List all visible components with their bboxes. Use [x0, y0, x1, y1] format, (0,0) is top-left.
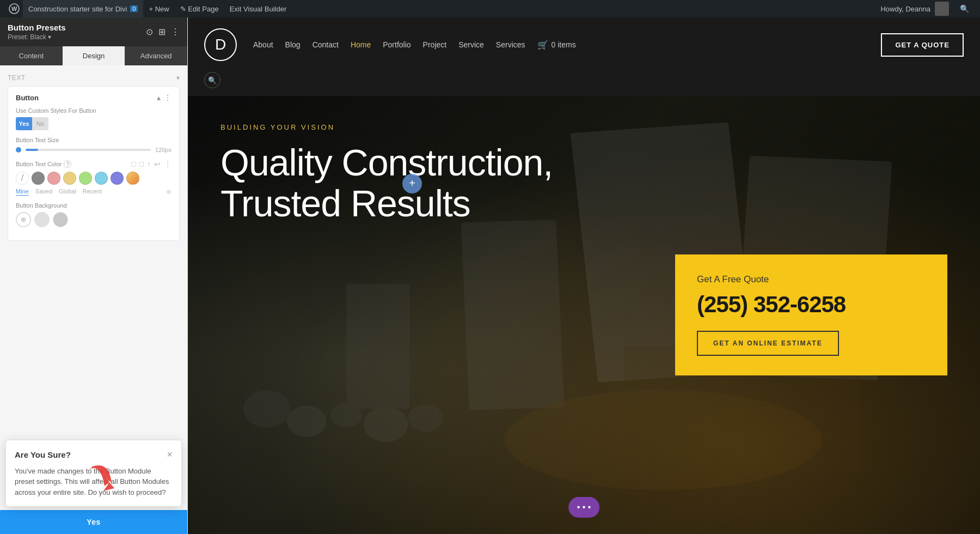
yes-button[interactable]: Yes	[0, 510, 187, 534]
quote-card: Get A Free Quote (255) 352-6258 GET AN O…	[675, 254, 947, 375]
custom-styles-toggle[interactable]: Yes No	[16, 117, 48, 130]
site-name[interactable]: Construction starter site for Divi 0	[23, 0, 143, 17]
nav-project[interactable]: Project	[423, 40, 447, 49]
color-tab-global[interactable]: Global	[59, 188, 76, 196]
page-toolbar[interactable]: • • •	[568, 497, 600, 518]
nav-service[interactable]: Service	[458, 40, 484, 49]
color-tabs: Mine Saved Global Recent ⊕	[16, 188, 171, 196]
color-swatches	[16, 172, 171, 185]
toggle-yes[interactable]: Yes	[16, 117, 32, 130]
cart-count: 0 items	[552, 40, 576, 49]
admin-search-icon[interactable]: 🔍	[954, 4, 975, 13]
sidebar-preset-sub[interactable]: Preset: Black ▾	[8, 33, 66, 41]
search-row: 🔍	[188, 72, 980, 96]
toggle-no[interactable]: No	[32, 117, 48, 130]
edit-page-label: ✎ Edit Page	[180, 5, 219, 13]
text-size-field: Button Text Size 120px	[16, 137, 171, 153]
nav-about[interactable]: About	[253, 40, 273, 49]
reset-icon[interactable]: ↩	[154, 160, 161, 168]
svg-point-9	[287, 406, 327, 437]
tab-design[interactable]: Design	[63, 46, 125, 65]
search-button[interactable]: 🔍	[204, 72, 220, 88]
tab-content[interactable]: Content	[0, 46, 63, 65]
slider-max-value: 120px	[155, 147, 171, 153]
nav-contact[interactable]: Contact	[313, 40, 339, 49]
target-icon[interactable]: ⊙	[146, 27, 153, 37]
sidebar-panel: Button Presets Preset: Black ▾ ⊙ ⊞ ⋮ Con…	[0, 17, 188, 534]
color-swatch-gray[interactable]	[32, 172, 45, 185]
color-tab-mine[interactable]: Mine	[16, 188, 29, 196]
use-custom-label: Use Custom Styles For Button	[16, 107, 171, 114]
paste-icon[interactable]: □	[139, 160, 144, 168]
comment-count: 0	[130, 5, 138, 12]
color-swatch-none[interactable]	[16, 172, 29, 185]
svg-rect-5	[346, 284, 409, 409]
copy-icon[interactable]: □	[131, 160, 136, 168]
wp-logo-icon[interactable]: W	[5, 0, 23, 17]
bg-swatch-light[interactable]	[34, 212, 50, 227]
new-label: + New	[149, 5, 169, 13]
svg-point-11	[364, 407, 408, 442]
nav-portfolio[interactable]: Portfolio	[383, 40, 411, 49]
sidebar-header: Button Presets Preset: Black ▾ ⊙ ⊞ ⋮	[0, 17, 187, 46]
sidebar-title: Button Presets	[8, 23, 66, 32]
use-custom-styles-field: Use Custom Styles For Button Yes No	[16, 107, 171, 130]
nav-cart[interactable]: 🛒 0 items	[537, 40, 576, 50]
edit-page-button[interactable]: ✎ Edit Page	[175, 0, 224, 17]
get-quote-button[interactable]: GET A QUOTE	[881, 33, 964, 57]
svg-point-8	[243, 390, 291, 428]
cart-icon: 🛒	[537, 40, 548, 50]
confirm-close-button[interactable]: ×	[167, 449, 173, 460]
button-section: Button ▴ ⋮ Use Custom Styles For Button …	[8, 86, 180, 241]
color-swatch-custom[interactable]	[126, 172, 139, 185]
sidebar-tabs: Content Design Advanced	[0, 46, 187, 65]
color-tab-saved[interactable]: Saved	[35, 188, 52, 196]
admin-bar: W Construction starter site for Divi 0 +…	[0, 0, 980, 17]
tab-advanced[interactable]: Advanced	[125, 46, 187, 65]
collapse-icon[interactable]: ▴	[157, 93, 161, 102]
hero-section: BUILDING YOUR VISION Quality Constructio…	[188, 96, 980, 534]
color-swatch-pink[interactable]	[47, 172, 60, 185]
nav-blog[interactable]: Blog	[285, 40, 301, 49]
button-bg-swatches: ⊕	[16, 212, 171, 227]
columns-icon[interactable]: ⊞	[158, 27, 166, 37]
color-swatch-yellow[interactable]	[63, 172, 76, 185]
move-icon[interactable]: ↑	[147, 160, 151, 168]
text-section-label: Text ▾	[8, 74, 180, 82]
color-tab-recent[interactable]: Recent	[83, 188, 102, 196]
slider-handle[interactable]	[16, 147, 21, 153]
help-icon[interactable]: ?	[64, 160, 71, 168]
nav-services[interactable]: Services	[496, 40, 525, 49]
slider-track[interactable]	[26, 149, 151, 151]
exit-builder-label: Exit Visual Builder	[230, 5, 287, 13]
add-module-button[interactable]: +	[402, 174, 422, 193]
more-options-icon[interactable]: ⋮	[164, 160, 171, 168]
svg-rect-4	[461, 220, 565, 410]
text-color-field: Button Text Color ? □ □ ↑ ↩ ⋮	[16, 160, 171, 196]
text-size-label: Button Text Size	[16, 137, 171, 143]
nav-menu: About Blog Contact Home Portfolio Projec…	[253, 40, 881, 50]
color-tab-add[interactable]: ⊕	[166, 188, 171, 196]
sidebar-header-actions: ⊙ ⊞ ⋮	[146, 27, 180, 37]
bg-swatch-medium[interactable]	[53, 212, 68, 227]
color-swatch-blue[interactable]	[95, 172, 108, 185]
hero-content: BUILDING YOUR VISION Quality Constructio…	[220, 123, 675, 240]
howdy-text: Howdy, Deanna	[880, 5, 930, 13]
more-icon[interactable]: ⋮	[171, 27, 180, 37]
exit-builder-button[interactable]: Exit Visual Builder	[224, 0, 292, 17]
arrow-indicator	[82, 456, 125, 501]
color-swatch-purple[interactable]	[111, 172, 124, 185]
button-bg-field: Button Background ⊕	[16, 202, 171, 227]
color-swatch-green[interactable]	[79, 172, 92, 185]
new-button[interactable]: + New	[143, 0, 174, 17]
site-name-text: Construction starter site for Divi	[28, 5, 127, 13]
bg-swatch-transparent[interactable]: ⊕	[16, 212, 31, 227]
text-expand-icon[interactable]: ▾	[176, 74, 180, 82]
nav-home[interactable]: Home	[351, 40, 371, 49]
quote-card-phone: (255) 352-6258	[697, 292, 926, 318]
user-info: Howdy, Deanna	[875, 2, 954, 16]
section-more-icon[interactable]: ⋮	[164, 93, 171, 102]
estimate-button[interactable]: GET AN ONLINE ESTIMATE	[697, 331, 839, 356]
hero-subtitle: BUILDING YOUR VISION	[220, 123, 675, 131]
toolbar-dots[interactable]: • • •	[577, 502, 591, 512]
